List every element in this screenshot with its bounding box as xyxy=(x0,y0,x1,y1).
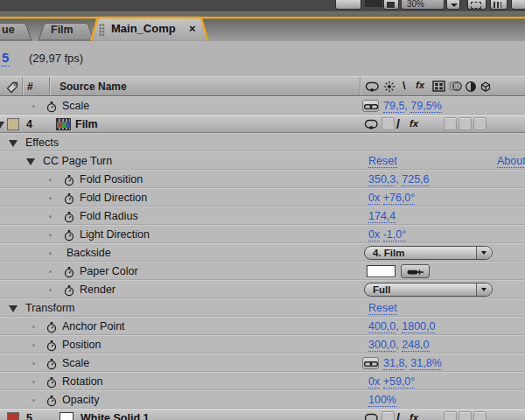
link-dimensions-box[interactable] xyxy=(362,357,379,369)
shy-switch-icon[interactable] xyxy=(364,412,379,420)
effects-switch[interactable]: fx xyxy=(410,412,418,420)
stopwatch-icon[interactable] xyxy=(63,211,75,223)
layer-row-white-solid[interactable]: 5 White Solid 1 / fx xyxy=(0,409,525,420)
toolbar-button-partial[interactable] xyxy=(511,0,525,10)
layer-expand-triangle-icon[interactable] xyxy=(0,122,4,129)
grid-options-button[interactable] xyxy=(383,0,399,10)
property-label: Anchor Point xyxy=(62,320,125,332)
rotation-value[interactable]: 0x +59,0° xyxy=(368,375,415,388)
keyframe-dot xyxy=(49,252,52,255)
paper-color-swatch[interactable] xyxy=(367,265,396,277)
expand-triangle-icon[interactable] xyxy=(9,305,18,312)
reset-link[interactable]: Reset xyxy=(368,302,397,315)
collapse-switch-cell[interactable] xyxy=(382,411,395,420)
stopwatch-icon[interactable] xyxy=(46,358,58,370)
tab-grip-icon[interactable] xyxy=(99,24,105,37)
toolbar-button[interactable] xyxy=(335,0,361,10)
transparency-grid-button[interactable] xyxy=(490,0,508,10)
checkerboard-icon xyxy=(494,2,501,8)
collapse-switch-cell[interactable] xyxy=(382,117,395,130)
stopwatch-icon[interactable] xyxy=(63,229,75,242)
column-source-name[interactable]: Source Name xyxy=(60,80,127,93)
magnification-dropdown-button[interactable] xyxy=(446,0,460,10)
keyframe-dot xyxy=(32,344,35,346)
expand-triangle-icon[interactable] xyxy=(9,140,18,147)
keyframe-dot xyxy=(32,362,35,365)
stopwatch-icon[interactable] xyxy=(46,395,58,407)
keyframe-dot xyxy=(32,399,35,402)
stopwatch-icon[interactable] xyxy=(63,284,75,297)
stopwatch-icon[interactable] xyxy=(63,192,75,205)
render-dropdown[interactable]: Full xyxy=(364,283,493,297)
region-of-interest-button[interactable] xyxy=(467,0,486,10)
fold-direction-value[interactable]: 0x +76,0° xyxy=(368,192,415,204)
property-row-scale-prev-layer: Scale 79,5, 79,5% xyxy=(0,96,525,115)
layer-name[interactable]: White Solid 1 xyxy=(80,412,149,420)
backside-dropdown[interactable]: 4. Film xyxy=(364,246,493,260)
stopwatch-icon[interactable] xyxy=(63,266,75,278)
adjustment-switch-cell[interactable] xyxy=(473,117,486,130)
stopwatch-icon[interactable] xyxy=(46,376,58,388)
adjustment-layer-column-icon xyxy=(465,80,477,93)
current-time-display[interactable]: 5 xyxy=(2,50,9,66)
motion-blur-switch-cell[interactable] xyxy=(458,117,472,130)
magnification-field[interactable]: 30% xyxy=(401,0,444,10)
property-label: Position xyxy=(62,339,101,351)
position-value[interactable]: 300,0, 248,0 xyxy=(368,339,430,351)
film-perforation xyxy=(57,128,70,130)
scale-value[interactable]: 31,8, 31,8% xyxy=(383,357,442,369)
keyframe-dot xyxy=(32,326,35,328)
stopwatch-icon[interactable] xyxy=(63,174,75,186)
chain-link-icon xyxy=(363,359,379,369)
fold-radius-value[interactable]: 174,4 xyxy=(368,210,396,222)
effects-switch[interactable]: fx xyxy=(410,118,418,129)
effect-name[interactable]: CC Page Turn xyxy=(43,155,112,167)
light-direction-value[interactable]: 0x -1,0° xyxy=(368,228,406,241)
dropdown-arrow-icon xyxy=(481,251,486,255)
layer-number: 4 xyxy=(26,118,32,130)
quality-switch[interactable]: / xyxy=(396,411,400,420)
quality-switch[interactable]: / xyxy=(396,117,400,131)
stopwatch-icon[interactable] xyxy=(46,321,58,333)
stopwatch-icon[interactable] xyxy=(46,340,58,352)
opacity-value[interactable]: 100% xyxy=(368,394,396,406)
layer-row-film[interactable]: 4 Film / fx xyxy=(0,115,525,133)
layer-color-label[interactable] xyxy=(7,118,19,130)
anchor-point-value[interactable]: 400,0, 1800,0 xyxy=(368,320,435,332)
tab-main-comp[interactable]: Main_Comp xyxy=(111,22,176,35)
scale-value[interactable]: 79,5, 79,5% xyxy=(383,100,442,112)
group-label[interactable]: Transform xyxy=(25,302,75,314)
dropdown-button[interactable] xyxy=(476,284,492,296)
frame-blend-switch-cell[interactable] xyxy=(444,411,457,420)
about-link[interactable]: About xyxy=(497,155,525,168)
property-row-rotation: Rotation 0x +59,0° xyxy=(0,372,525,390)
keyframe-dot xyxy=(49,215,52,218)
expand-triangle-icon[interactable] xyxy=(26,158,35,165)
group-label[interactable]: Effects xyxy=(25,136,59,149)
reset-link[interactable]: Reset xyxy=(368,155,397,168)
frame-blend-switch-cell[interactable] xyxy=(444,117,457,130)
tab-queue[interactable]: ue xyxy=(2,24,15,36)
collapse-transformations-column-icon xyxy=(383,80,396,93)
adjustment-switch-cell[interactable] xyxy=(473,411,486,420)
keyframe-dot xyxy=(49,234,52,236)
footage-thumbnail xyxy=(56,118,71,130)
property-row-backside: Backside 4. Film xyxy=(0,243,525,262)
link-dimensions-box[interactable] xyxy=(362,100,379,112)
property-label: Fold Direction xyxy=(80,192,147,204)
property-row-anchor-point: Anchor Point 400,0, 1800,0 xyxy=(0,317,525,335)
layer-color-label[interactable] xyxy=(7,412,19,420)
tab-film[interactable]: Film xyxy=(51,24,74,36)
motion-blur-switch-cell[interactable] xyxy=(458,411,472,420)
eyedropper-button[interactable] xyxy=(401,264,430,278)
grid-icon xyxy=(387,2,395,8)
property-label: Render xyxy=(80,284,116,296)
stopwatch-icon[interactable] xyxy=(46,101,58,113)
layer-name[interactable]: Film xyxy=(75,118,98,130)
fold-position-value[interactable]: 350,3, 725,6 xyxy=(368,173,430,186)
tab-close-icon[interactable]: × xyxy=(189,22,196,35)
property-row-scale: Scale 31,8, 31,8% xyxy=(0,354,525,372)
property-label: Fold Radius xyxy=(80,210,138,222)
shy-switch-icon[interactable] xyxy=(364,118,379,131)
dropdown-button[interactable] xyxy=(476,247,492,259)
